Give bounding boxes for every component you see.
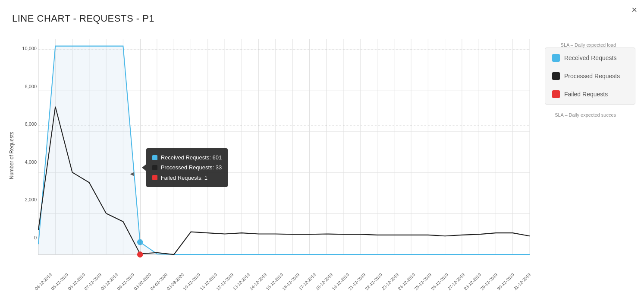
x-tick-label: 17-12-2019 <box>298 272 317 291</box>
x-tick-label: 04-12-2019 <box>34 272 53 291</box>
x-tick-label: 05-12-2019 <box>50 272 69 291</box>
x-tick-label: 25-12-2019 <box>414 272 433 291</box>
legend-item-processed: Processed Requests <box>552 72 628 80</box>
x-tick-label: 23-12-2019 <box>380 272 399 291</box>
legend-color-processed <box>552 72 560 80</box>
chart-container: Number of Requests 02,0004,0006,0008,000… <box>12 30 530 281</box>
x-tick-label: 19-12-2019 <box>331 272 350 291</box>
sla-label: SLA – Daily expected succes <box>555 112 616 118</box>
x-tick-label: 14-12-2019 <box>248 272 267 291</box>
legend-item-failed: Failed Requests <box>552 90 628 98</box>
x-tick-label: 21-12-2019 <box>348 272 367 291</box>
legend-item-received: Received Requests <box>552 54 628 62</box>
x-tick-label: 03-03-2020 <box>166 272 185 291</box>
x-tick-label: 06-12-2019 <box>67 272 86 291</box>
x-tick-label: 26-12-2019 <box>430 272 449 291</box>
sla-label: SLA – Daily expected load <box>561 42 616 48</box>
x-tick-label: 16-12-2019 <box>282 272 301 291</box>
chart-area[interactable]: 02,0004,0006,0008,00010,000SLA – Daily e… <box>38 39 530 255</box>
x-tick-label: 29-12-2019 <box>480 272 499 291</box>
y-tick-label: 8,000 <box>16 84 37 89</box>
x-tick-label: 28-12-2019 <box>463 272 482 291</box>
x-tick-label: 30-12-2019 <box>496 272 515 291</box>
x-tick-label: 31-12-2019 <box>512 272 531 291</box>
x-tick-label: 15-12-2019 <box>265 272 284 291</box>
x-tick-label: 24-12-2019 <box>397 272 416 291</box>
y-tick-label: 10,000 <box>16 46 37 51</box>
legend-label-received: Received Requests <box>564 54 616 61</box>
x-tick-label: 08-12-2019 <box>100 272 119 291</box>
legend-label-failed: Failed Requests <box>564 91 608 98</box>
y-axis-label: Number of Requests <box>9 132 15 179</box>
x-tick-label: 27-12-2019 <box>446 272 465 291</box>
x-tick-label: 22-12-2019 <box>364 272 383 291</box>
legend-label-processed: Processed Requests <box>564 73 620 79</box>
close-button[interactable]: × <box>631 5 637 15</box>
x-tick-label: 11-12-2019 <box>199 272 218 291</box>
chart-svg <box>38 39 530 254</box>
y-tick-label: 0 <box>16 235 37 240</box>
crosshair-arrow: ◄ <box>129 170 135 177</box>
y-tick-label: 6,000 <box>16 121 37 127</box>
legend-color-received <box>552 54 560 62</box>
x-tick-label: 12-12-2019 <box>215 272 234 291</box>
x-tick-label: 10-12-2019 <box>182 272 201 291</box>
y-tick-label: 2,000 <box>16 197 37 202</box>
chart-legend: Received Requests Processed Requests Fai… <box>545 48 635 105</box>
x-tick-label: 04-02-2020 <box>149 272 168 291</box>
x-tick-label: 18-12-2019 <box>314 272 333 291</box>
x-tick-label: 13-12-2019 <box>232 272 251 291</box>
x-tick-label: 03-02-2020 <box>133 272 152 291</box>
y-tick-label: 4,000 <box>16 159 37 165</box>
page-title: LINE CHART - REQUESTS - P1 <box>12 13 154 24</box>
x-tick-label: 09-12-2019 <box>116 272 135 291</box>
x-tick-label: 07-12-2019 <box>83 272 102 291</box>
legend-color-failed <box>552 90 560 98</box>
